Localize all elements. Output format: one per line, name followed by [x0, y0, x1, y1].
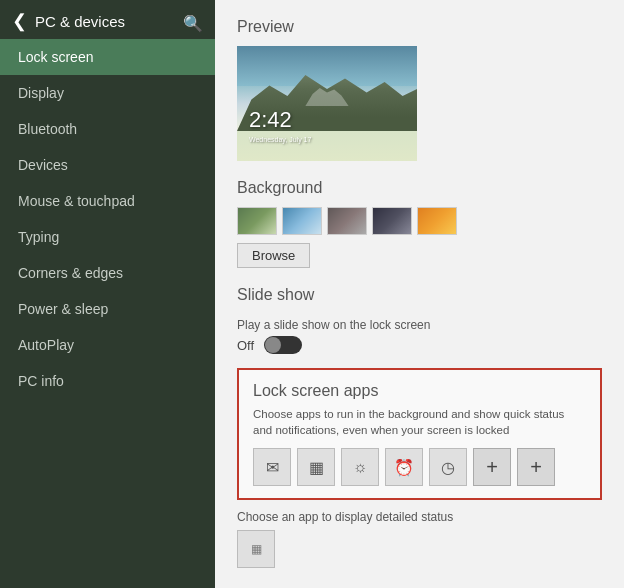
slideshow-title: Slide show: [237, 286, 602, 304]
app-icon-mail[interactable]: ✉: [253, 448, 291, 486]
sidebar-item-pc-info[interactable]: PC info: [0, 363, 215, 399]
app-icon-weather[interactable]: ☼: [341, 448, 379, 486]
preview-date: Wednesday, July 17: [249, 136, 311, 143]
sidebar: ❮ PC & devices 🔍 Lock screen Display Blu…: [0, 0, 215, 588]
app-icon-add-1[interactable]: +: [473, 448, 511, 486]
preview-title: Preview: [237, 18, 602, 36]
app-icon-clock[interactable]: ◷: [429, 448, 467, 486]
app-icon-add-2[interactable]: +: [517, 448, 555, 486]
lock-apps-title: Lock screen apps: [253, 382, 586, 400]
sidebar-item-bluetooth[interactable]: Bluetooth: [0, 111, 215, 147]
detailed-status-label: Choose an app to display detailed status: [237, 510, 602, 524]
detailed-status-icon[interactable]: ▦: [237, 530, 275, 568]
toggle-knob: [265, 337, 281, 353]
background-title: Background: [237, 179, 602, 197]
app-icons-row: ✉ ▦ ☼ ⏰ ◷ + +: [253, 448, 586, 486]
toggle-off-label: Off: [237, 338, 254, 353]
sidebar-item-display[interactable]: Display: [0, 75, 215, 111]
sidebar-item-autoplay[interactable]: AutoPlay: [0, 327, 215, 363]
main-content: Preview 2:42 Wednesday, July 17 Backgrou…: [215, 0, 624, 588]
browse-button[interactable]: Browse: [237, 243, 310, 268]
sidebar-search: 🔍: [0, 14, 215, 33]
sidebar-item-typing[interactable]: Typing: [0, 219, 215, 255]
lock-apps-section: Lock screen apps Choose apps to run in t…: [237, 368, 602, 500]
thumbnail-5[interactable]: [417, 207, 457, 235]
sidebar-item-mouse-touchpad[interactable]: Mouse & touchpad: [0, 183, 215, 219]
sidebar-item-lock-screen[interactable]: Lock screen: [0, 39, 215, 75]
thumbnail-1[interactable]: [237, 207, 277, 235]
slideshow-toggle-row: Off: [237, 336, 602, 354]
preview-sky: [237, 46, 417, 86]
lock-apps-description: Choose apps to run in the background and…: [253, 406, 586, 438]
thumbnail-row: [237, 207, 602, 235]
thumbnail-2[interactable]: [282, 207, 322, 235]
thumbnail-3[interactable]: [327, 207, 367, 235]
search-button[interactable]: 🔍: [183, 14, 203, 33]
thumbnail-4[interactable]: [372, 207, 412, 235]
slideshow-toggle[interactable]: [264, 336, 302, 354]
app-icon-calendar[interactable]: ▦: [297, 448, 335, 486]
preview-time: 2:42: [249, 107, 292, 133]
slideshow-description: Play a slide show on the lock screen: [237, 318, 602, 332]
sidebar-item-devices[interactable]: Devices: [0, 147, 215, 183]
preview-image: 2:42 Wednesday, July 17: [237, 46, 417, 161]
sidebar-item-power-sleep[interactable]: Power & sleep: [0, 291, 215, 327]
sidebar-item-corners-edges[interactable]: Corners & edges: [0, 255, 215, 291]
app-icon-alarms[interactable]: ⏰: [385, 448, 423, 486]
